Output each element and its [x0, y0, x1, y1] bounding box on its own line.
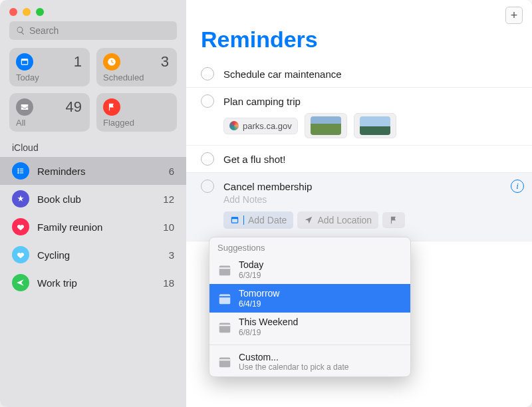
smart-tile-flagged[interactable]: Flagged [96, 93, 177, 132]
suggestion-title: Tomorrow [239, 288, 279, 299]
chip-label: Add Date [248, 215, 287, 225]
smart-tile-label: Flagged [103, 118, 134, 128]
suggestion-title: This Weekend [239, 317, 298, 328]
list-count: 18 [163, 277, 174, 289]
reminder-item[interactable]: Plan camping trip parks.ca.gov [186, 88, 532, 146]
add-reminder-button[interactable]: + [505, 7, 523, 24]
svg-rect-3 [20, 170, 23, 171]
reminder-title[interactable]: Get a flu shot! [223, 154, 285, 165]
complete-toggle[interactable] [201, 180, 214, 193]
smart-tile-label: Scheduled [103, 72, 144, 82]
reminders-list: Schedule car maintenance Plan camping tr… [186, 61, 532, 241]
thumbnail-icon [311, 116, 341, 135]
search-placeholder: Search [29, 25, 59, 36]
complete-toggle[interactable] [201, 94, 214, 108]
complete-toggle[interactable] [201, 67, 214, 80]
clock-icon [107, 57, 116, 67]
section-header-icloud[interactable]: iCloud [0, 140, 186, 157]
sidebar-list-item[interactable]: Work trip18 [0, 269, 186, 297]
svg-point-0 [17, 168, 19, 170]
image-attachment[interactable] [354, 113, 396, 138]
list-title: Reminders [186, 24, 532, 61]
list-name: Cycling [37, 249, 161, 261]
suggestion-title: Custom... [239, 352, 348, 363]
close-window-button[interactable] [9, 8, 17, 16]
list-color-icon [12, 218, 29, 235]
smart-tile-count: 3 [161, 53, 169, 70]
smart-tile-label: Today [16, 72, 39, 82]
chip-label: Add Location [317, 215, 372, 225]
sidebar-list-item[interactable]: Cycling3 [0, 241, 186, 269]
svg-rect-6 [219, 265, 231, 275]
calendar-icon [217, 320, 232, 335]
image-attachment[interactable] [305, 113, 347, 138]
calendar-icon [217, 263, 232, 277]
favicon-icon [229, 121, 239, 130]
reminder-item[interactable]: Get a flu shot! [186, 146, 532, 173]
sidebar: Search 1 Today 3 Scheduled 49 All [0, 0, 186, 407]
list-name: Work trip [37, 277, 155, 289]
list-color-icon [12, 190, 29, 207]
suggestion-subtitle: Use the calendar to pick a date [239, 362, 348, 372]
smart-tile-all[interactable]: 49 All [9, 93, 90, 132]
reminder-item[interactable]: Schedule car maintenance [186, 61, 532, 88]
list-count: 12 [163, 194, 174, 205]
suggestion-item[interactable]: Tomorrow6/4/19 [209, 284, 410, 313]
url-attachment[interactable]: parks.ca.gov [223, 118, 298, 134]
app-window: Search 1 Today 3 Scheduled 49 All [0, 0, 532, 407]
suggestion-subtitle: 6/8/19 [239, 328, 298, 337]
suggestion-item[interactable]: This Weekend6/8/19 [209, 313, 410, 341]
sidebar-list-item[interactable]: Reminders6 [0, 157, 186, 185]
add-flag-chip[interactable] [382, 212, 405, 228]
smart-tile-scheduled[interactable]: 3 Scheduled [96, 48, 177, 86]
list-count: 6 [169, 166, 174, 177]
suggestion-item[interactable]: Today6/3/19 [209, 255, 410, 284]
smart-lists-grid: 1 Today 3 Scheduled 49 All Flagged [0, 48, 186, 140]
zoom-window-button[interactable] [36, 8, 44, 16]
smart-tile-count: 49 [66, 98, 82, 116]
complete-toggle[interactable] [201, 152, 214, 166]
reminder-item-editing[interactable]: i Cancel membership Add Notes Add Date A… [186, 173, 532, 241]
tray-icon [20, 102, 29, 112]
add-date-chip[interactable]: Add Date [223, 211, 293, 229]
add-location-chip[interactable]: Add Location [297, 211, 378, 229]
toolbar: + [186, 0, 532, 24]
svg-point-4 [17, 172, 19, 174]
date-suggestions-popover: Suggestions Today6/3/19Tomorrow6/4/19Thi… [209, 237, 411, 377]
divider [209, 344, 410, 345]
svg-rect-1 [20, 169, 23, 170]
suggestion-subtitle: 6/3/19 [239, 271, 263, 280]
location-arrow-icon [304, 215, 313, 225]
reminder-title[interactable]: Plan camping trip [223, 96, 301, 107]
list-name: Book club [37, 194, 155, 205]
smart-tile-count: 1 [74, 53, 82, 70]
suggestion-subtitle: 6/4/19 [239, 299, 279, 309]
svg-rect-7 [219, 294, 231, 304]
svg-rect-8 [219, 323, 231, 333]
info-button[interactable]: i [511, 180, 524, 193]
suggestion-custom[interactable]: Custom... Use the calendar to pick a dat… [209, 348, 410, 376]
smart-tile-today[interactable]: 1 Today [9, 48, 90, 86]
flag-icon [389, 215, 398, 225]
calendar-icon [217, 354, 232, 369]
minimize-window-button[interactable] [23, 8, 31, 16]
calendar-icon [230, 215, 239, 225]
sidebar-list-item[interactable]: Family reunion10 [0, 213, 186, 241]
calendar-today-icon [20, 57, 29, 67]
list-name: Reminders [37, 166, 161, 177]
reminder-title[interactable]: Schedule car maintenance [223, 68, 342, 80]
popover-header: Suggestions [209, 237, 410, 255]
svg-rect-5 [20, 172, 23, 173]
search-icon [16, 26, 25, 35]
thumbnail-icon [360, 116, 390, 135]
reminder-title-input[interactable]: Cancel membership [223, 181, 312, 192]
flag-icon [107, 102, 116, 112]
list-color-icon [12, 246, 29, 263]
sidebar-list-item[interactable]: Book club12 [0, 185, 186, 213]
notes-input[interactable]: Add Notes [223, 194, 517, 205]
calendar-icon [217, 291, 232, 306]
list-count: 10 [163, 221, 174, 233]
text-caret [243, 215, 244, 225]
search-input[interactable]: Search [9, 21, 177, 40]
list-name: Family reunion [37, 221, 155, 233]
